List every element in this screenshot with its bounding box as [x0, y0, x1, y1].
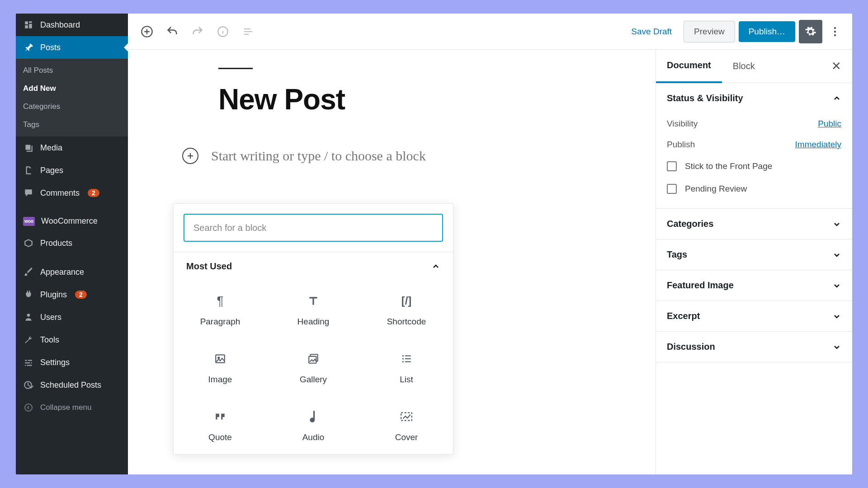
- sidebar-label: Appearance: [40, 267, 84, 277]
- block-image[interactable]: Image: [174, 338, 267, 396]
- block-audio[interactable]: Audio: [267, 396, 360, 454]
- post-title[interactable]: New Post: [218, 83, 656, 116]
- post-editor: New Post Start writing or type / to choo…: [128, 50, 656, 474]
- svg-point-0: [27, 314, 30, 317]
- chevron-down-icon: [832, 220, 841, 229]
- sidebar-item-dashboard[interactable]: Dashboard: [16, 14, 128, 36]
- tab-block[interactable]: Block: [722, 50, 766, 82]
- categories-header[interactable]: Categories: [656, 209, 852, 239]
- sidebar-item-posts[interactable]: Posts: [16, 36, 128, 59]
- status-visibility-header[interactable]: Status & Visibility: [656, 83, 852, 113]
- most-used-header[interactable]: Most Used: [174, 252, 453, 281]
- editor-toolbar: Save Draft Preview Publish…: [128, 14, 852, 50]
- sidebar-label: Comments: [40, 188, 80, 198]
- redo-button[interactable]: [187, 21, 208, 42]
- section-label: Discussion: [667, 342, 715, 352]
- sub-add-new[interactable]: Add New: [16, 80, 128, 98]
- chevron-down-icon: [832, 312, 841, 321]
- products-icon: [23, 238, 34, 249]
- add-block-button[interactable]: [136, 21, 158, 42]
- svg-rect-7: [244, 34, 249, 35]
- stick-front-checkbox[interactable]: [667, 161, 677, 171]
- block-list[interactable]: List: [360, 338, 453, 396]
- sidebar-item-appearance[interactable]: Appearance: [16, 261, 128, 283]
- brush-icon: [23, 267, 34, 277]
- featured-image-header[interactable]: Featured Image: [656, 270, 852, 300]
- pushpin-icon: [23, 42, 34, 53]
- sub-all-posts[interactable]: All Posts: [16, 61, 128, 80]
- panel-close-button[interactable]: ✕: [827, 55, 846, 78]
- tab-document[interactable]: Document: [656, 49, 722, 83]
- heading-icon: [307, 293, 319, 309]
- sidebar-label: Tools: [40, 335, 59, 345]
- admin-sidebar: Dashboard Posts All Posts Add New Catego…: [16, 14, 128, 474]
- excerpt-header[interactable]: Excerpt: [656, 301, 852, 331]
- sidebar-item-woocommerce[interactable]: woo WooCommerce: [16, 211, 128, 232]
- tags-header[interactable]: Tags: [656, 239, 852, 270]
- visibility-value-link[interactable]: Public: [818, 119, 841, 129]
- sidebar-item-scheduled-posts[interactable]: Scheduled Posts: [16, 374, 128, 396]
- sidebar-collapse-menu[interactable]: Collapse menu: [16, 396, 128, 419]
- block-cover[interactable]: Cover: [360, 396, 453, 454]
- sub-categories[interactable]: Categories: [16, 98, 128, 116]
- sidebar-label: Posts: [40, 43, 61, 52]
- save-draft-button[interactable]: Save Draft: [623, 22, 680, 41]
- sidebar-item-users[interactable]: Users: [16, 306, 128, 328]
- sidebar-item-products[interactable]: Products: [16, 232, 128, 254]
- svg-point-17: [402, 355, 404, 357]
- publish-value-link[interactable]: Immediately: [795, 140, 841, 150]
- info-button[interactable]: [212, 21, 234, 42]
- stick-front-row: Stick to the Front Page: [667, 155, 841, 178]
- section-label: Excerpt: [667, 311, 700, 321]
- plugins-icon: [23, 289, 34, 300]
- block-shortcode[interactable]: [/]Shortcode: [360, 281, 453, 338]
- svg-point-10: [834, 34, 836, 36]
- publish-button[interactable]: Publish…: [739, 21, 795, 42]
- sub-tags[interactable]: Tags: [16, 116, 128, 134]
- list-icon: [401, 351, 412, 366]
- sidebar-item-tools[interactable]: Tools: [16, 328, 128, 351]
- chevron-down-icon: [832, 281, 841, 290]
- sidebar-item-plugins[interactable]: Plugins 2: [16, 283, 128, 306]
- preview-button[interactable]: Preview: [684, 21, 735, 42]
- pending-review-label: Pending Review: [685, 184, 747, 194]
- sidebar-label: Dashboard: [40, 20, 80, 30]
- block-quote[interactable]: Quote: [174, 396, 267, 454]
- chevron-down-icon: [832, 250, 841, 259]
- sidebar-item-pages[interactable]: Pages: [16, 159, 128, 182]
- gallery-icon: [307, 351, 319, 366]
- section-label: Featured Image: [667, 280, 734, 291]
- section-status-visibility: Status & Visibility Visibility Public Pu…: [656, 83, 852, 209]
- more-options-button[interactable]: [826, 20, 844, 43]
- undo-button[interactable]: [161, 21, 183, 42]
- svg-point-14: [218, 357, 219, 358]
- body-placeholder[interactable]: Start writing or type / to choose a bloc…: [211, 148, 426, 164]
- svg-point-21: [402, 361, 404, 362]
- discussion-header[interactable]: Discussion: [656, 332, 852, 362]
- section-label: Categories: [667, 219, 713, 229]
- block-search-wrap: [174, 204, 453, 252]
- comments-count-badge: 2: [88, 189, 99, 197]
- sidebar-item-comments[interactable]: Comments 2: [16, 182, 128, 204]
- block-gallery[interactable]: Gallery: [267, 338, 360, 396]
- users-icon: [23, 312, 34, 323]
- svg-point-19: [402, 358, 404, 359]
- section-label: Most Used: [186, 261, 232, 272]
- clock-check-icon: [23, 380, 34, 390]
- collapse-icon: [23, 402, 34, 413]
- svg-point-24: [310, 418, 315, 422]
- pending-review-checkbox[interactable]: [667, 184, 677, 194]
- block-search-input[interactable]: [184, 214, 443, 242]
- sidebar-label: Users: [40, 313, 61, 322]
- sidebar-item-media[interactable]: Media: [16, 136, 128, 159]
- block-paragraph[interactable]: ¶Paragraph: [174, 281, 267, 338]
- quote-icon: [214, 409, 226, 424]
- inline-add-block-button[interactable]: [182, 148, 198, 164]
- section-categories: Categories: [656, 209, 852, 239]
- pending-review-row: Pending Review: [667, 178, 841, 200]
- sidebar-item-settings[interactable]: Settings: [16, 351, 128, 374]
- svg-rect-22: [405, 361, 411, 362]
- outline-button[interactable]: [237, 21, 259, 42]
- block-heading[interactable]: Heading: [267, 281, 360, 338]
- settings-gear-button[interactable]: [799, 20, 822, 43]
